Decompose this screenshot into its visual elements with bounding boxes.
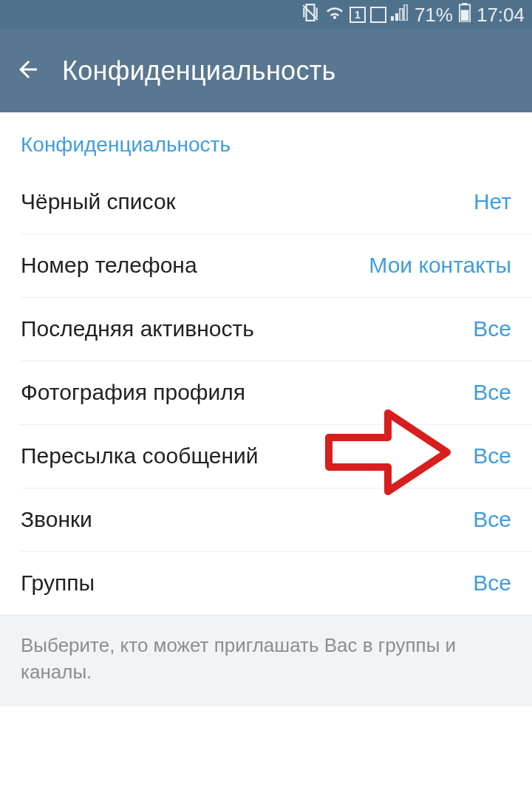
footer-hint: Выберите, кто может приглашать Вас в гру…: [0, 615, 532, 706]
back-button[interactable]: [15, 56, 41, 86]
row-blocked-users[interactable]: Чёрный список Нет: [0, 170, 532, 234]
svg-rect-2: [400, 9, 403, 21]
row-label: Номер телефона: [21, 253, 197, 278]
status-bar: 1 71% 17:04: [0, 0, 532, 30]
row-label: Группы: [21, 571, 95, 596]
row-last-seen[interactable]: Последняя активность Все: [0, 297, 532, 361]
page-title: Конфиденциальность: [62, 55, 336, 86]
vibrate-mute-icon: [301, 3, 320, 27]
svg-rect-0: [391, 16, 394, 21]
svg-rect-6: [461, 10, 469, 21]
settings-list: Конфиденциальность Чёрный список Нет Ном…: [0, 112, 532, 706]
row-label: Чёрный список: [21, 189, 176, 214]
row-value: Все: [473, 443, 511, 469]
row-label: Фотография профиля: [21, 380, 245, 405]
svg-rect-1: [395, 13, 398, 21]
row-label: Пересылка сообщений: [21, 443, 259, 469]
row-value: Нет: [474, 189, 511, 214]
battery-percent: 71%: [415, 4, 453, 27]
row-value: Все: [473, 380, 511, 405]
row-profile-photo[interactable]: Фотография профиля Все: [0, 361, 532, 424]
row-forwarded-messages[interactable]: Пересылка сообщений Все: [0, 424, 532, 488]
row-groups[interactable]: Группы Все: [0, 551, 532, 615]
clock-time: 17:04: [477, 4, 525, 27]
app-bar: Конфиденциальность: [0, 30, 532, 112]
row-calls[interactable]: Звонки Все: [0, 488, 532, 551]
row-label: Последняя активность: [21, 316, 254, 341]
svg-rect-3: [404, 4, 407, 21]
signal-icon: [391, 4, 409, 25]
sim-slot-indicator: 1: [349, 7, 366, 23]
status-icons: 1: [301, 3, 409, 27]
section-header-privacy: Конфиденциальность: [0, 112, 532, 170]
row-value: Мои контакты: [369, 253, 511, 278]
sim-slot-empty-icon: [370, 7, 386, 23]
wifi-icon: [324, 4, 345, 25]
row-label: Звонки: [21, 507, 92, 532]
row-value: Все: [473, 316, 511, 341]
row-value: Все: [473, 507, 511, 532]
battery-icon: [459, 3, 471, 27]
row-value: Все: [473, 571, 511, 596]
row-phone-number[interactable]: Номер телефона Мои контакты: [0, 234, 532, 297]
